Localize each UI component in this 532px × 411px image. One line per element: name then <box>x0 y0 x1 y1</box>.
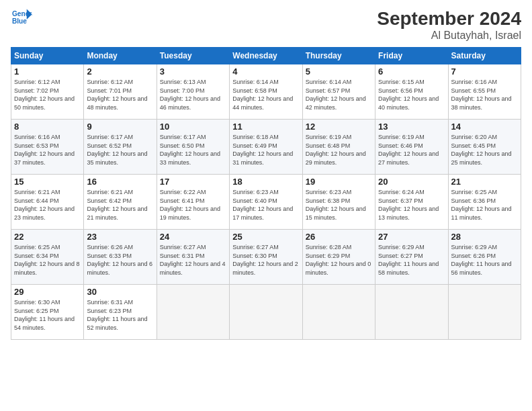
day-number: 8 <box>14 122 81 132</box>
day-info: Sunrise: 6:26 AM Sunset: 6:33 PM Dayligh… <box>87 243 153 277</box>
logo-icon: General Blue <box>11 8 32 27</box>
day-number: 26 <box>306 232 372 242</box>
day-info: Sunrise: 6:30 AM Sunset: 6:25 PM Dayligh… <box>14 298 81 332</box>
day-info: Sunrise: 6:17 AM Sunset: 6:52 PM Dayligh… <box>87 133 153 167</box>
table-row: 8 Sunrise: 6:16 AM Sunset: 6:53 PM Dayli… <box>11 120 84 175</box>
day-info: Sunrise: 6:19 AM Sunset: 6:46 PM Dayligh… <box>378 133 445 167</box>
table-row: 2 Sunrise: 6:12 AM Sunset: 7:01 PM Dayli… <box>84 64 157 120</box>
table-row: 17 Sunrise: 6:22 AM Sunset: 6:41 PM Dayl… <box>157 175 229 230</box>
day-info: Sunrise: 6:21 AM Sunset: 6:44 PM Dayligh… <box>14 188 81 222</box>
day-info: Sunrise: 6:31 AM Sunset: 6:23 PM Dayligh… <box>87 298 153 332</box>
table-row: 23 Sunrise: 6:26 AM Sunset: 6:33 PM Dayl… <box>84 230 157 285</box>
day-number: 28 <box>451 232 518 242</box>
table-row: 11 Sunrise: 6:18 AM Sunset: 6:49 PM Dayl… <box>230 120 302 175</box>
day-info: Sunrise: 6:24 AM Sunset: 6:37 PM Dayligh… <box>378 188 445 222</box>
day-number: 5 <box>306 66 372 77</box>
day-number: 2 <box>87 66 153 77</box>
title-section: September 2024 Al Butayhah, Israel <box>377 8 521 42</box>
day-info: Sunrise: 6:25 AM Sunset: 6:36 PM Dayligh… <box>451 188 518 222</box>
table-row <box>157 285 229 340</box>
table-row <box>302 285 375 340</box>
table-row: 18 Sunrise: 6:23 AM Sunset: 6:40 PM Dayl… <box>230 175 302 230</box>
table-row: 14 Sunrise: 6:20 AM Sunset: 6:45 PM Dayl… <box>448 120 521 175</box>
day-info: Sunrise: 6:18 AM Sunset: 6:49 PM Dayligh… <box>232 133 299 167</box>
day-info: Sunrise: 6:17 AM Sunset: 6:50 PM Dayligh… <box>160 133 226 167</box>
table-row: 24 Sunrise: 6:27 AM Sunset: 6:31 PM Dayl… <box>157 230 229 285</box>
col-sunday: Sunday <box>11 48 84 64</box>
day-number: 20 <box>378 177 445 187</box>
day-number: 23 <box>87 232 153 242</box>
day-number: 25 <box>232 232 299 242</box>
table-row: 5 Sunrise: 6:14 AM Sunset: 6:57 PM Dayli… <box>302 64 375 120</box>
day-info: Sunrise: 6:21 AM Sunset: 6:42 PM Dayligh… <box>87 188 153 222</box>
table-row: 29 Sunrise: 6:30 AM Sunset: 6:25 PM Dayl… <box>11 285 84 340</box>
table-row: 1 Sunrise: 6:12 AM Sunset: 7:02 PM Dayli… <box>11 64 84 120</box>
day-info: Sunrise: 6:12 AM Sunset: 7:01 PM Dayligh… <box>87 78 153 111</box>
day-number: 24 <box>160 232 226 242</box>
table-row <box>230 285 302 340</box>
col-saturday: Saturday <box>448 48 521 64</box>
day-number: 17 <box>160 177 226 187</box>
table-row: 21 Sunrise: 6:25 AM Sunset: 6:36 PM Dayl… <box>448 175 521 230</box>
table-row: 10 Sunrise: 6:17 AM Sunset: 6:50 PM Dayl… <box>157 120 229 175</box>
day-number: 4 <box>232 66 299 77</box>
day-number: 19 <box>306 177 372 187</box>
logo: General Blue <box>11 8 32 27</box>
table-row: 13 Sunrise: 6:19 AM Sunset: 6:46 PM Dayl… <box>375 120 448 175</box>
day-info: Sunrise: 6:19 AM Sunset: 6:48 PM Dayligh… <box>306 133 372 167</box>
table-row: 16 Sunrise: 6:21 AM Sunset: 6:42 PM Dayl… <box>84 175 157 230</box>
table-row <box>448 285 521 340</box>
col-thursday: Thursday <box>302 48 375 64</box>
table-row: 7 Sunrise: 6:16 AM Sunset: 6:55 PM Dayli… <box>448 64 521 120</box>
day-number: 9 <box>87 122 153 132</box>
month-title: September 2024 <box>377 8 521 30</box>
day-number: 13 <box>378 122 445 132</box>
day-number: 14 <box>451 122 518 132</box>
table-row: 30 Sunrise: 6:31 AM Sunset: 6:23 PM Dayl… <box>84 285 157 340</box>
table-row: 27 Sunrise: 6:29 AM Sunset: 6:27 PM Dayl… <box>375 230 448 285</box>
header: General Blue September 2024 Al Butayhah,… <box>11 8 521 42</box>
page: General Blue September 2024 Al Butayhah,… <box>0 0 532 411</box>
day-number: 10 <box>160 122 226 132</box>
table-row: 15 Sunrise: 6:21 AM Sunset: 6:44 PM Dayl… <box>11 175 84 230</box>
table-row: 26 Sunrise: 6:28 AM Sunset: 6:29 PM Dayl… <box>302 230 375 285</box>
day-number: 7 <box>451 66 518 77</box>
table-row: 3 Sunrise: 6:13 AM Sunset: 7:00 PM Dayli… <box>157 64 229 120</box>
day-number: 6 <box>378 66 445 77</box>
calendar-table: Sunday Monday Tuesday Wednesday Thursday… <box>11 47 521 340</box>
day-number: 16 <box>87 177 153 187</box>
table-row: 19 Sunrise: 6:23 AM Sunset: 6:38 PM Dayl… <box>302 175 375 230</box>
week-row-2: 8 Sunrise: 6:16 AM Sunset: 6:53 PM Dayli… <box>11 120 521 175</box>
day-number: 18 <box>232 177 299 187</box>
day-info: Sunrise: 6:22 AM Sunset: 6:41 PM Dayligh… <box>160 188 226 222</box>
header-row: Sunday Monday Tuesday Wednesday Thursday… <box>11 48 521 64</box>
day-info: Sunrise: 6:12 AM Sunset: 7:02 PM Dayligh… <box>14 78 81 111</box>
day-info: Sunrise: 6:25 AM Sunset: 6:34 PM Dayligh… <box>14 243 81 277</box>
table-row: 9 Sunrise: 6:17 AM Sunset: 6:52 PM Dayli… <box>84 120 157 175</box>
day-info: Sunrise: 6:27 AM Sunset: 6:31 PM Dayligh… <box>160 243 226 277</box>
day-info: Sunrise: 6:28 AM Sunset: 6:29 PM Dayligh… <box>306 243 372 277</box>
day-info: Sunrise: 6:23 AM Sunset: 6:38 PM Dayligh… <box>306 188 372 222</box>
col-friday: Friday <box>375 48 448 64</box>
day-number: 29 <box>14 287 81 297</box>
day-number: 30 <box>87 287 153 297</box>
day-info: Sunrise: 6:14 AM Sunset: 6:57 PM Dayligh… <box>306 78 372 111</box>
table-row <box>375 285 448 340</box>
day-number: 27 <box>378 232 445 242</box>
week-row-4: 22 Sunrise: 6:25 AM Sunset: 6:34 PM Dayl… <box>11 230 521 285</box>
day-number: 12 <box>306 122 372 132</box>
day-number: 3 <box>160 66 226 77</box>
table-row: 12 Sunrise: 6:19 AM Sunset: 6:48 PM Dayl… <box>302 120 375 175</box>
day-info: Sunrise: 6:29 AM Sunset: 6:26 PM Dayligh… <box>451 243 518 277</box>
week-row-5: 29 Sunrise: 6:30 AM Sunset: 6:25 PM Dayl… <box>11 285 521 340</box>
col-monday: Monday <box>84 48 157 64</box>
location-title: Al Butayhah, Israel <box>377 30 521 42</box>
day-info: Sunrise: 6:29 AM Sunset: 6:27 PM Dayligh… <box>378 243 445 277</box>
day-number: 1 <box>14 66 81 77</box>
week-row-1: 1 Sunrise: 6:12 AM Sunset: 7:02 PM Dayli… <box>11 64 521 120</box>
day-number: 15 <box>14 177 81 187</box>
day-number: 22 <box>14 232 81 242</box>
table-row: 25 Sunrise: 6:27 AM Sunset: 6:30 PM Dayl… <box>230 230 302 285</box>
day-info: Sunrise: 6:16 AM Sunset: 6:53 PM Dayligh… <box>14 133 81 167</box>
day-info: Sunrise: 6:15 AM Sunset: 6:56 PM Dayligh… <box>378 78 445 111</box>
